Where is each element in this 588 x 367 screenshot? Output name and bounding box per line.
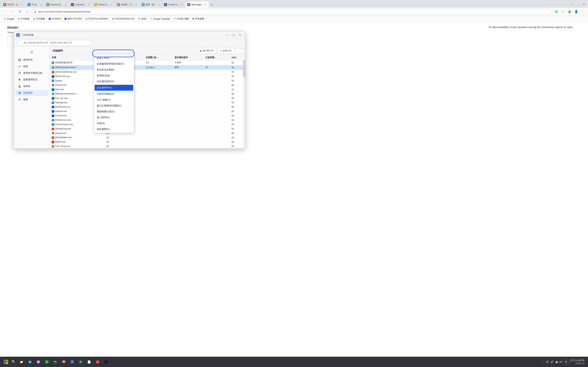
bookmark-item[interactable]: TGoogle Translate	[148, 17, 172, 21]
cm-item-5[interactable]: 設定親和性(F)	[95, 85, 133, 91]
bookmark-item[interactable]: 🌤竹北市AccuWeather	[84, 17, 110, 21]
tm-scrollbar[interactable]	[243, 55, 245, 149]
tray-network-icon[interactable]	[545, 360, 550, 364]
tm-close-button[interactable]: ✕	[237, 33, 243, 38]
tab-close-mslearn[interactable]: ✕	[204, 3, 207, 6]
bookmark-item[interactable]: 🟦竹北MSN	[47, 17, 62, 21]
table-row[interactable]: WmiPrvSE.exe0000	[50, 74, 245, 79]
bookmark-item[interactable]: 🌤竹北氣象	[31, 17, 46, 21]
tab-close-grades[interactable]: ✕	[180, 3, 183, 6]
cm-item-0[interactable]: 結束工作(E)	[94, 55, 134, 61]
sidebar-item-details[interactable]: 詳細資料	[15, 90, 49, 96]
taskbar-app-file-explorer[interactable]: 📁	[18, 358, 25, 366]
taskbar-app-notepad[interactable]: 📄	[85, 358, 93, 366]
address-bar[interactable]: 🔒 learn.microsoft.com/en-us/answers/ques…	[32, 9, 552, 15]
tab-todo[interactable]: ✓ To-do ✕	[26, 1, 44, 8]
taskbar-app-photos[interactable]: 🌄	[60, 358, 68, 366]
table-row[interactable]: System0000	[50, 79, 245, 83]
table-row[interactable]: svchost.exe0000	[50, 114, 245, 118]
taskbar-app-app64[interactable]: 64	[94, 358, 101, 366]
restore-window-button[interactable]: ⬜	[576, 2, 581, 7]
taskbar-search-button[interactable]: 🔍	[10, 359, 17, 365]
minimize-window-button[interactable]: ─	[570, 2, 575, 7]
cm-item-6[interactable]: 分析等待鏈結(A)	[94, 91, 134, 97]
tab-close-baidu[interactable]: ✕	[157, 3, 160, 6]
table-row[interactable]: 360extremebrowser.e...0000:42:0542,364 K…	[50, 65, 245, 70]
sidebar-item-processes[interactable]: 處理程序	[15, 57, 49, 63]
tab-savvas[interactable]: S Savvas Re... ✕	[44, 1, 69, 8]
sidebar-item-app_history[interactable]: 應用程式歷程記錄	[15, 70, 49, 76]
table-row[interactable]: 360extremebrowser.e...0000	[50, 92, 245, 96]
new-tab-button[interactable]: +	[209, 2, 214, 7]
table-row[interactable]: dwm.exe0002	[50, 87, 245, 92]
bookmark-item[interactable]: 📍Google 地圖	[172, 17, 190, 21]
table-row[interactable]: QHSafeTray.exe0000	[50, 127, 245, 131]
taskbar-weather[interactable]: ⛅ 18°	[555, 360, 563, 363]
profile-button[interactable]: 👤	[573, 9, 579, 15]
sidebar-item-performance[interactable]: 效能	[15, 63, 49, 70]
reload-button[interactable]: ↻	[17, 9, 23, 15]
cm-item-4[interactable]: 設定優先順序(P) ›	[94, 79, 134, 84]
bookmark-item[interactable]: 🌤竹北市Weather.com	[110, 17, 136, 21]
cm-item-12[interactable]: 移至服務(S)	[94, 126, 134, 132]
table-row[interactable]: aida64.exe0000	[50, 140, 245, 144]
tab-close-todo[interactable]: ✕	[39, 3, 42, 6]
start-button[interactable]	[2, 358, 9, 366]
lang-indicator[interactable]: 英	[563, 359, 569, 365]
bookmark-item[interactable]: 🌤中央氣象	[16, 17, 31, 21]
bookmark-item[interactable]: 📚所有書籤	[190, 17, 206, 21]
cm-item-9[interactable]: 開啟檔案位置(O)	[94, 109, 134, 115]
tab-week[interactable]: W Week 22... ✕	[92, 1, 115, 8]
tab-leonardo[interactable]: L Leonardo... ✕	[69, 1, 92, 8]
taskbar-app-camera[interactable]: 📷	[52, 358, 59, 366]
tab-baidu[interactable]: 百 搜尋 - 搜... ✕	[140, 1, 162, 8]
sidebar-item-services[interactable]: 服務	[15, 96, 49, 103]
table-row[interactable]: esrv_svc.exe0000	[50, 96, 245, 100]
cm-item-2[interactable]: 提供意見反應(B)	[94, 67, 134, 73]
cm-item-11[interactable]: 內容(R)	[94, 120, 134, 126]
tab-mslearn[interactable]: ? Ask a que... ✕	[185, 1, 209, 8]
tm-restore-button[interactable]: ⬜	[230, 33, 236, 38]
table-column-header[interactable]: 記憶體 (使...	[144, 55, 173, 60]
tm-table-container[interactable]: 名稱CPUCPU 時間記憶體 (使...基本優先順序已提高權...GPU 系統閥…	[50, 55, 245, 149]
sidebar-item-startup[interactable]: 啟動應用程式	[15, 76, 49, 83]
cm-item-10[interactable]: 線上搜尋(N)	[94, 115, 134, 120]
forward-button[interactable]: →	[9, 9, 16, 15]
bookmark-item[interactable]: MM365	[136, 17, 148, 21]
cm-item-8[interactable]: 建立記憶體傾印檔案(C)	[94, 103, 134, 109]
table-row[interactable]: QHActiveDefense.exe0000	[50, 70, 245, 74]
tm-minimize-button[interactable]: ─	[224, 33, 230, 38]
sidebar-item-users[interactable]: 使用者	[15, 83, 49, 89]
back-button[interactable]: ←	[2, 9, 8, 15]
cm-item-7[interactable]: UAC 模擬(V)	[94, 97, 134, 103]
taskbar-app-teams[interactable]: T	[68, 358, 76, 366]
tab-close-leonardo[interactable]: ✕	[87, 3, 90, 6]
table-column-header[interactable]: 基本優先順序	[173, 55, 204, 60]
home-button[interactable]: ⌂	[24, 9, 30, 15]
favorites-button[interactable]: ☆	[560, 9, 566, 15]
bookmark-item[interactable]: 🟦勝利十街 MSN	[63, 17, 83, 21]
tm-hamburger-button[interactable]: ☰	[28, 49, 35, 56]
table-row[interactable]: DSAService.exe0000	[50, 118, 245, 122]
menu-button[interactable]: ⋮	[580, 9, 586, 15]
table-row[interactable]: Core Temp.exe0000	[50, 144, 245, 149]
table-row[interactable]: WUDFHost.exe0000	[50, 105, 245, 109]
tab-close-duoguo[interactable]: ✕	[135, 3, 138, 6]
table-row[interactable]: Taskmgr.exe0000	[50, 100, 245, 105]
extensions-button[interactable]: 🧩	[567, 9, 572, 15]
end-task-button[interactable]: ✕ 結束工作	[217, 48, 234, 53]
tm-search-input[interactable]	[18, 40, 91, 45]
translate-button[interactable]: 🌐	[553, 9, 559, 15]
tab-close-savvas[interactable]: ✕	[64, 3, 67, 6]
table-row[interactable]: 系統閥置處理程序9858:17:108 K不適用00	[50, 60, 245, 65]
table-row[interactable]: QHSafeMain.exe0000	[50, 135, 245, 140]
taskbar-app-excel[interactable]: X	[77, 358, 85, 366]
tab-duoguo[interactable]: 多 多郁国 - 竹... ✕	[115, 1, 139, 8]
table-row[interactable]: chrome.exe0000	[50, 83, 245, 87]
bookmark-item[interactable]: GGoogle	[2, 17, 16, 21]
close-window-button[interactable]: ✕	[581, 2, 587, 7]
cm-item-3[interactable]: 效率模式(M)	[94, 73, 134, 79]
tab-close-gmail[interactable]: ✕	[21, 3, 24, 6]
table-row[interactable]: ProcessLasso.exe0000	[50, 122, 245, 127]
taskbar-app-monitor[interactable]	[102, 358, 110, 366]
